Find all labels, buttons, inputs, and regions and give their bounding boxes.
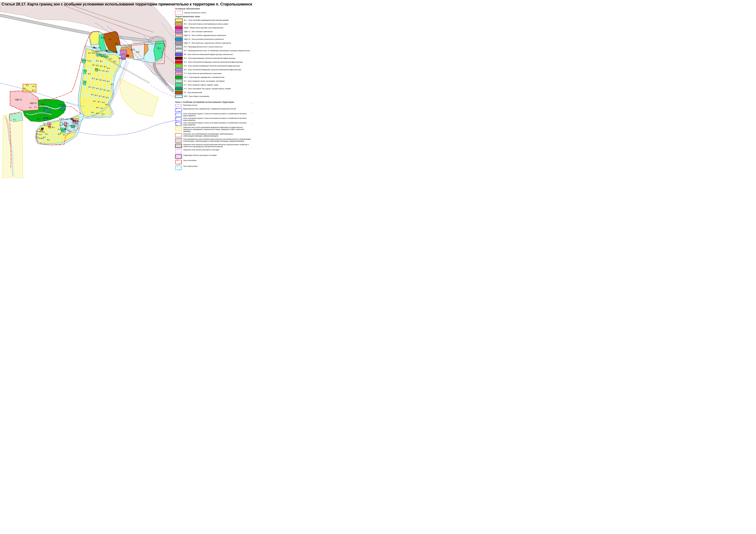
zone-label: Ж-1: [100, 88, 103, 90]
legend-item-special: Охранная зона трубопроводов (газопроводо…: [175, 133, 251, 138]
zone-label: Ж-1: [96, 107, 99, 109]
legend-item-special: Зона санитарной охраны 2 пояса источнико…: [175, 117, 251, 121]
legend-item-И-3: И-3 - Зона электрообеспечивающих объекто…: [175, 61, 251, 64]
zso3-symbol: [175, 122, 182, 126]
zone-label: Ж-1: [102, 96, 105, 98]
zone-label: Р-4: [44, 117, 46, 119]
zone-label: Р-2: [111, 50, 114, 52]
legend-item-special: Зона затопления: [175, 160, 251, 165]
zone-label: И-4: [95, 68, 98, 70]
legend-item-И-2: И-2 - Зона водоотводящих объектов инжене…: [175, 57, 251, 60]
zone-label: Ж-1: [89, 60, 91, 62]
legend-symbols-header: Условные обозначения: [175, 7, 251, 10]
legend-item-П-6: П-6 - Производственная зона, не требующа…: [175, 49, 251, 52]
legend-item-label: ОД(С-7) - Зона школьных, дошкольных учеб…: [184, 42, 231, 44]
oknp-symbol: [175, 149, 182, 154]
settlement-boundary-symbol: [175, 11, 183, 14]
zone-label: Ж-1: [92, 78, 95, 79]
zone-label: Ж-1: [102, 70, 105, 72]
legend-item-label: Зона затопления: [183, 160, 197, 162]
zone-label: Ж-1: [100, 107, 103, 109]
zone-label: Ж-1: [39, 134, 42, 136]
legend-item-label: Охранная зона особо охраняемой природной…: [183, 126, 251, 132]
zone-color-swatch: [175, 68, 183, 71]
zone-color-swatch: [175, 49, 183, 52]
zone-label: Р-2: [84, 70, 87, 72]
legend-item-label: Охранная зона объектов электроэнергетики…: [183, 144, 251, 148]
zone-color-swatch: [175, 41, 183, 45]
legend-item-label: Р-2 - Зона городских парков, скверов, са…: [184, 84, 218, 86]
zone-label: Ж-1: [99, 95, 101, 97]
zone-label: ОД(С-7): [72, 120, 79, 122]
zone-label: ОД(С-2): [30, 102, 37, 104]
electro-symbol: [175, 144, 182, 148]
legend-item-label: И-4 - Зона газообеспечивающих объектов и…: [184, 65, 240, 67]
zone-color-swatch: [175, 53, 183, 56]
zone-label: Р-2: [62, 118, 64, 119]
zone-label: Ж-1: [47, 139, 50, 141]
zone-label: ОД(С-2): [15, 99, 22, 101]
legend-item-Р-4: Р-4 - Зона санаториев, баз отдыха, лагер…: [175, 87, 251, 90]
legend-item-И-5: И-5 - Зона теплообеспечивающих объектов …: [175, 68, 251, 71]
legend-item-label: И-5 - Зона теплообеспечивающих объектов …: [184, 69, 241, 71]
zone-label: ОД(С-1): [119, 57, 125, 59]
zone-label: Ж-1: [42, 131, 45, 133]
zone-label: ИК: [115, 51, 118, 53]
zone-color-swatch: [175, 34, 183, 37]
zone-color-swatch: [175, 61, 183, 64]
zone-label: Р-2: [34, 106, 37, 108]
zone-label: Р-2: [46, 117, 49, 119]
zone-color-swatch: [175, 38, 183, 41]
legend-item-label: Защитная зона объекта культурного наслед…: [183, 149, 219, 151]
zone-label: И-3: [126, 55, 129, 56]
zone-label: Ж-1: [96, 55, 99, 57]
east-strip: [115, 41, 165, 63]
zone-label: Р-2: [99, 54, 102, 55]
zone-label: Ж-1: [99, 79, 102, 81]
legend-item-ОД(С-7): ОД(С-7) - Зона школьных, дошкольных учеб…: [175, 41, 251, 45]
legend-item-special: Водоохранная зона совмещенная с прибрежн…: [175, 108, 251, 112]
zone-label: Ж-1: [103, 80, 106, 82]
zone-label: Ж-1: [85, 60, 88, 62]
zone-label: Ж-1: [52, 127, 55, 128]
zone-label: Ж-1: [95, 94, 98, 96]
zone-color-swatch: [175, 72, 183, 75]
special-zones-list: Береговая полосаВодоохранная зона совмещ…: [175, 104, 251, 170]
zone-color-swatch: [175, 22, 183, 26]
legend-item-label: Т-3 - Зона объектов автомобильного транс…: [184, 72, 222, 74]
zone-label: СЗ: [115, 42, 118, 45]
zone-label: Ж-1: [96, 113, 99, 114]
zone-label: Ж-1: [104, 56, 107, 58]
zone-label: П-6: [136, 51, 140, 53]
legend-item-Ж-2: Ж-2 - Зона малоэтажных многоквартирных ж…: [175, 22, 251, 26]
zone-label: Ж-1: [88, 73, 91, 75]
legend-item-special: Зона санитарной охраны 1 пояса источнико…: [175, 113, 251, 117]
zone-label: Ж-1: [91, 112, 94, 113]
zone-label: ИК: [64, 128, 66, 130]
legend-item-special: Охранная зона особо охраняемой природной…: [175, 126, 251, 132]
zone-label: Ж-1: [23, 88, 26, 89]
zone-label: СХ-7: [37, 118, 40, 120]
zone-label: Ж-1: [66, 125, 69, 127]
zone-label: Р-4: [45, 107, 48, 109]
zone-label: Ж-1: [104, 66, 107, 68]
legend-item-ОД(С-1): ОД(С-1) - Зона торговых комплексов: [175, 30, 251, 33]
zone-label: Ж-1: [98, 47, 101, 49]
legend-item-label: Водоохранная зона совмещенная с прибрежн…: [183, 108, 236, 110]
zone-label: Ж-1: [36, 136, 39, 138]
flood-symbol: [175, 160, 182, 165]
legend-item-ЗОП: ЗОП - Зона общего пользования: [175, 95, 251, 98]
zone-label: ОД(К): [95, 50, 99, 52]
legend-item-label: Р-1 - Зона городских лесов, лесопарков, …: [184, 80, 225, 82]
legend-item-label: Береговая полоса: [183, 104, 197, 106]
zone-label: Ж-2: [48, 126, 51, 127]
zone-label: Ж-1: [32, 86, 35, 87]
zone-label: Ж-1: [39, 138, 41, 139]
legend-item-И-4: И-4 - Зона газообеспечивающих объектов и…: [175, 64, 251, 67]
legend-item-label: ОД(С-4) - Зона культовых религиозных ком…: [184, 38, 224, 40]
territorial-zones-list: Ж-1 - Зона застройки индивидуальными жил…: [175, 18, 251, 98]
pipe-symbol: [175, 133, 182, 138]
zone-label: Ж-1: [58, 134, 61, 135]
shore-symbol: [175, 104, 182, 107]
zone-label: Ж-1: [98, 69, 101, 71]
